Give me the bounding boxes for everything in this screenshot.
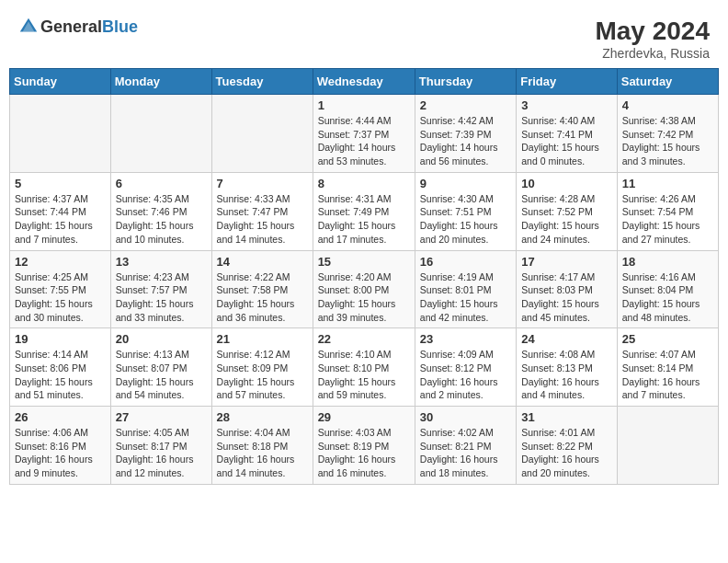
- day-number: 7: [217, 177, 308, 190]
- cell-content: Sunrise: 4:19 AM Sunset: 8:01 PM Dayligh…: [420, 270, 511, 325]
- calendar-cell: 26Sunrise: 4:06 AM Sunset: 8:16 PM Dayli…: [10, 407, 111, 485]
- day-number: 28: [217, 410, 308, 424]
- cell-content: Sunrise: 4:08 AM Sunset: 8:13 PM Dayligh…: [521, 348, 612, 402]
- cell-content: Sunrise: 4:38 AM Sunset: 7:42 PM Dayligh…: [622, 114, 713, 168]
- calendar-cell: [617, 407, 718, 485]
- calendar-cell: 30Sunrise: 4:02 AM Sunset: 8:21 PM Dayli…: [415, 407, 516, 485]
- calendar-cell: 15Sunrise: 4:20 AM Sunset: 8:00 PM Dayli…: [313, 250, 415, 328]
- weekday-header-sunday: Sunday: [10, 69, 111, 95]
- day-number: 11: [622, 177, 713, 190]
- calendar-cell: 17Sunrise: 4:17 AM Sunset: 8:03 PM Dayli…: [517, 250, 618, 328]
- cell-content: Sunrise: 4:03 AM Sunset: 8:19 PM Dayligh…: [318, 426, 410, 480]
- logo: GeneralBlue: [18, 17, 138, 37]
- day-number: 16: [420, 255, 511, 269]
- day-number: 14: [217, 255, 308, 269]
- calendar-cell: 7Sunrise: 4:33 AM Sunset: 7:47 PM Daylig…: [211, 172, 313, 250]
- calendar-cell: 16Sunrise: 4:19 AM Sunset: 8:01 PM Dayli…: [415, 250, 516, 328]
- calendar-cell: 13Sunrise: 4:23 AM Sunset: 7:57 PM Dayli…: [110, 250, 211, 328]
- calendar-cell: 9Sunrise: 4:30 AM Sunset: 7:51 PM Daylig…: [415, 172, 516, 250]
- day-number: 23: [420, 332, 511, 346]
- day-number: 24: [521, 332, 612, 346]
- calendar-cell: 25Sunrise: 4:07 AM Sunset: 8:14 PM Dayli…: [617, 328, 718, 407]
- cell-content: Sunrise: 4:09 AM Sunset: 8:12 PM Dayligh…: [420, 348, 511, 402]
- calendar-cell: 18Sunrise: 4:16 AM Sunset: 8:04 PM Dayli…: [617, 250, 718, 328]
- weekday-header-saturday: Saturday: [617, 69, 718, 95]
- cell-content: Sunrise: 4:16 AM Sunset: 8:04 PM Dayligh…: [622, 270, 713, 325]
- cell-content: Sunrise: 4:30 AM Sunset: 7:51 PM Dayligh…: [420, 192, 511, 247]
- day-number: 8: [318, 177, 410, 190]
- cell-content: Sunrise: 4:35 AM Sunset: 7:46 PM Dayligh…: [116, 192, 207, 247]
- day-number: 19: [15, 332, 106, 346]
- day-number: 27: [116, 410, 207, 424]
- day-number: 10: [521, 177, 612, 190]
- cell-content: Sunrise: 4:22 AM Sunset: 7:58 PM Dayligh…: [217, 270, 308, 325]
- day-number: 31: [521, 410, 612, 424]
- calendar-cell: [10, 95, 111, 173]
- calendar-week-4: 19Sunrise: 4:14 AM Sunset: 8:06 PM Dayli…: [10, 328, 719, 407]
- weekday-header-monday: Monday: [110, 69, 211, 95]
- day-number: 17: [521, 255, 612, 269]
- cell-content: Sunrise: 4:05 AM Sunset: 8:17 PM Dayligh…: [116, 426, 207, 480]
- logo-icon: [18, 17, 39, 37]
- cell-content: Sunrise: 4:42 AM Sunset: 7:39 PM Dayligh…: [420, 114, 511, 168]
- calendar-cell: 31Sunrise: 4:01 AM Sunset: 8:22 PM Dayli…: [517, 407, 618, 485]
- cell-content: Sunrise: 4:25 AM Sunset: 7:55 PM Dayligh…: [15, 270, 106, 325]
- calendar-week-5: 26Sunrise: 4:06 AM Sunset: 8:16 PM Dayli…: [10, 407, 719, 485]
- cell-content: Sunrise: 4:06 AM Sunset: 8:16 PM Dayligh…: [15, 426, 106, 480]
- calendar-cell: [110, 95, 211, 173]
- calendar-cell: 10Sunrise: 4:28 AM Sunset: 7:52 PM Dayli…: [517, 172, 618, 250]
- calendar-cell: 11Sunrise: 4:26 AM Sunset: 7:54 PM Dayli…: [617, 172, 718, 250]
- cell-content: Sunrise: 4:12 AM Sunset: 8:09 PM Dayligh…: [217, 348, 308, 402]
- day-number: 4: [622, 98, 713, 112]
- day-number: 18: [622, 255, 713, 269]
- title-block: May 2024 Zherdevka, Russia: [595, 17, 710, 61]
- calendar-cell: 22Sunrise: 4:10 AM Sunset: 8:10 PM Dayli…: [313, 328, 415, 407]
- cell-content: Sunrise: 4:33 AM Sunset: 7:47 PM Dayligh…: [217, 192, 308, 247]
- calendar-cell: 8Sunrise: 4:31 AM Sunset: 7:49 PM Daylig…: [313, 172, 415, 250]
- cell-content: Sunrise: 4:10 AM Sunset: 8:10 PM Dayligh…: [318, 348, 410, 402]
- cell-content: Sunrise: 4:44 AM Sunset: 7:37 PM Dayligh…: [318, 114, 410, 168]
- cell-content: Sunrise: 4:23 AM Sunset: 7:57 PM Dayligh…: [116, 270, 207, 325]
- calendar-cell: 29Sunrise: 4:03 AM Sunset: 8:19 PM Dayli…: [313, 407, 415, 485]
- calendar-cell: 19Sunrise: 4:14 AM Sunset: 8:06 PM Dayli…: [10, 328, 111, 407]
- calendar-cell: 24Sunrise: 4:08 AM Sunset: 8:13 PM Dayli…: [517, 328, 618, 407]
- calendar-cell: 2Sunrise: 4:42 AM Sunset: 7:39 PM Daylig…: [415, 95, 516, 173]
- cell-content: Sunrise: 4:20 AM Sunset: 8:00 PM Dayligh…: [318, 270, 410, 325]
- weekday-header-row: SundayMondayTuesdayWednesdayThursdayFrid…: [10, 69, 719, 95]
- cell-content: Sunrise: 4:26 AM Sunset: 7:54 PM Dayligh…: [622, 192, 713, 247]
- cell-content: Sunrise: 4:37 AM Sunset: 7:44 PM Dayligh…: [15, 192, 106, 247]
- calendar-cell: 6Sunrise: 4:35 AM Sunset: 7:46 PM Daylig…: [110, 172, 211, 250]
- calendar-cell: 20Sunrise: 4:13 AM Sunset: 8:07 PM Dayli…: [110, 328, 211, 407]
- day-number: 15: [318, 255, 410, 269]
- weekday-header-tuesday: Tuesday: [211, 69, 313, 95]
- calendar-cell: 23Sunrise: 4:09 AM Sunset: 8:12 PM Dayli…: [415, 328, 516, 407]
- cell-content: Sunrise: 4:02 AM Sunset: 8:21 PM Dayligh…: [420, 426, 511, 480]
- calendar-cell: 4Sunrise: 4:38 AM Sunset: 7:42 PM Daylig…: [617, 95, 718, 173]
- calendar-cell: [211, 95, 313, 173]
- day-number: 5: [15, 177, 106, 190]
- day-number: 20: [116, 332, 207, 346]
- weekday-header-wednesday: Wednesday: [313, 69, 415, 95]
- calendar-cell: 14Sunrise: 4:22 AM Sunset: 7:58 PM Dayli…: [211, 250, 313, 328]
- calendar-cell: 21Sunrise: 4:12 AM Sunset: 8:09 PM Dayli…: [211, 328, 313, 407]
- cell-content: Sunrise: 4:04 AM Sunset: 8:18 PM Dayligh…: [217, 426, 308, 480]
- day-number: 2: [420, 98, 511, 112]
- day-number: 9: [420, 177, 511, 190]
- day-number: 26: [15, 410, 106, 424]
- cell-content: Sunrise: 4:28 AM Sunset: 7:52 PM Dayligh…: [521, 192, 612, 247]
- day-number: 21: [217, 332, 308, 346]
- cell-content: Sunrise: 4:07 AM Sunset: 8:14 PM Dayligh…: [622, 348, 713, 402]
- weekday-header-thursday: Thursday: [415, 69, 516, 95]
- calendar-cell: 28Sunrise: 4:04 AM Sunset: 8:18 PM Dayli…: [211, 407, 313, 485]
- day-number: 29: [318, 410, 410, 424]
- calendar-title: May 2024: [595, 17, 710, 46]
- cell-content: Sunrise: 4:40 AM Sunset: 7:41 PM Dayligh…: [521, 114, 612, 168]
- day-number: 25: [622, 332, 713, 346]
- cell-content: Sunrise: 4:31 AM Sunset: 7:49 PM Dayligh…: [318, 192, 410, 247]
- cell-content: Sunrise: 4:01 AM Sunset: 8:22 PM Dayligh…: [521, 426, 612, 480]
- calendar-cell: 27Sunrise: 4:05 AM Sunset: 8:17 PM Dayli…: [110, 407, 211, 485]
- weekday-header-friday: Friday: [517, 69, 618, 95]
- day-number: 12: [15, 255, 106, 269]
- day-number: 6: [116, 177, 207, 190]
- calendar-week-1: 1Sunrise: 4:44 AM Sunset: 7:37 PM Daylig…: [10, 95, 719, 173]
